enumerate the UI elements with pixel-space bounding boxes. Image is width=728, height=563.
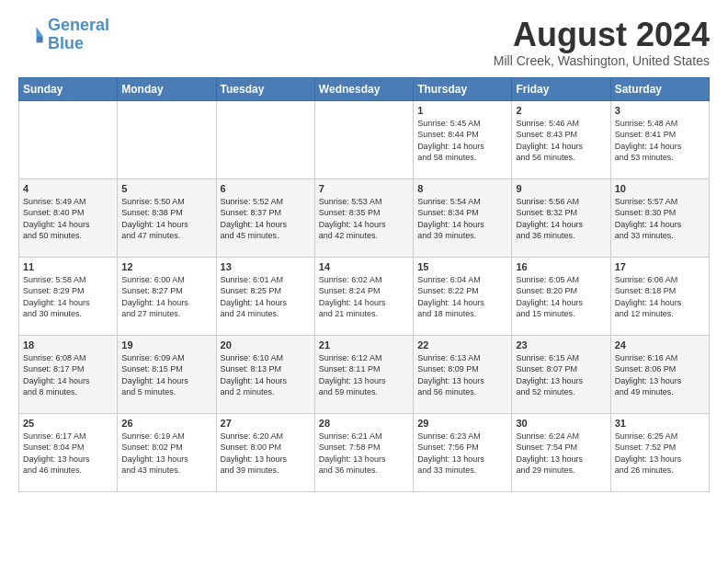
day-info: Sunrise: 6:08 AM Sunset: 8:17 PM Dayligh… [23,352,113,398]
day-info: Sunrise: 6:19 AM Sunset: 8:02 PM Dayligh… [121,431,211,477]
day-info: Sunrise: 6:15 AM Sunset: 8:07 PM Dayligh… [516,352,606,398]
day-number: 16 [516,261,606,272]
calendar-page: General Blue August 2024 Mill Creek, Was… [0,0,728,501]
day-info: Sunrise: 5:58 AM Sunset: 8:29 PM Dayligh… [23,274,113,320]
day-header-wednesday: Wednesday [314,77,413,100]
day-number: 1 [417,105,507,116]
day-number: 5 [121,183,211,194]
calendar-cell [118,100,216,178]
day-number: 9 [516,183,606,194]
svg-marker-2 [37,27,43,36]
day-number: 28 [319,418,409,429]
calendar-cell: 11Sunrise: 5:58 AM Sunset: 8:29 PM Dayli… [19,257,118,335]
calendar-cell: 1Sunrise: 5:45 AM Sunset: 8:44 PM Daylig… [414,100,512,178]
calendar-cell: 29Sunrise: 6:23 AM Sunset: 7:56 PM Dayli… [414,413,512,491]
day-number: 10 [615,183,705,194]
day-header-thursday: Thursday [414,77,512,100]
calendar-cell: 10Sunrise: 5:57 AM Sunset: 8:30 PM Dayli… [610,178,709,257]
day-number: 23 [516,339,606,350]
day-info: Sunrise: 6:13 AM Sunset: 8:09 PM Dayligh… [417,352,507,398]
day-info: Sunrise: 6:20 AM Sunset: 8:00 PM Dayligh… [221,431,311,477]
calendar-cell: 9Sunrise: 5:56 AM Sunset: 8:32 PM Daylig… [512,178,610,257]
day-info: Sunrise: 6:23 AM Sunset: 7:56 PM Dayligh… [417,431,507,477]
day-number: 11 [23,261,113,272]
calendar-cell: 26Sunrise: 6:19 AM Sunset: 8:02 PM Dayli… [118,413,216,491]
month-title: August 2024 [494,17,710,53]
day-number: 15 [417,261,507,272]
calendar-cell [216,100,314,178]
day-number: 20 [221,339,311,350]
day-number: 18 [23,339,113,350]
day-info: Sunrise: 5:50 AM Sunset: 8:38 PM Dayligh… [121,196,211,242]
day-number: 27 [221,418,311,429]
calendar-cell: 7Sunrise: 5:53 AM Sunset: 8:35 PM Daylig… [314,178,413,257]
day-header-friday: Friday [512,77,610,100]
calendar-cell: 12Sunrise: 6:00 AM Sunset: 8:27 PM Dayli… [118,257,216,335]
day-header-saturday: Saturday [610,77,709,100]
day-number: 31 [615,418,705,429]
calendar-table: SundayMondayTuesdayWednesdayThursdayFrid… [18,77,710,492]
calendar-cell: 17Sunrise: 6:06 AM Sunset: 8:18 PM Dayli… [610,257,709,335]
day-number: 24 [615,339,705,350]
day-info: Sunrise: 6:01 AM Sunset: 8:25 PM Dayligh… [221,274,311,320]
day-info: Sunrise: 5:45 AM Sunset: 8:44 PM Dayligh… [417,118,507,164]
logo-line1: General [48,16,109,34]
logo-line2: Blue [48,34,84,52]
day-number: 21 [319,339,409,350]
calendar-cell: 22Sunrise: 6:13 AM Sunset: 8:09 PM Dayli… [414,335,512,413]
day-number: 13 [221,261,311,272]
calendar-cell: 23Sunrise: 6:15 AM Sunset: 8:07 PM Dayli… [512,335,610,413]
day-number: 4 [23,183,113,194]
day-info: Sunrise: 6:21 AM Sunset: 7:58 PM Dayligh… [319,431,409,477]
calendar-cell: 21Sunrise: 6:12 AM Sunset: 8:11 PM Dayli… [314,335,413,413]
day-number: 22 [417,339,507,350]
logo: General Blue [18,17,109,53]
day-info: Sunrise: 6:25 AM Sunset: 7:52 PM Dayligh… [615,431,705,477]
calendar-cell: 20Sunrise: 6:10 AM Sunset: 8:13 PM Dayli… [216,335,314,413]
calendar-cell: 3Sunrise: 5:48 AM Sunset: 8:41 PM Daylig… [610,100,709,178]
day-info: Sunrise: 6:16 AM Sunset: 8:06 PM Dayligh… [615,352,705,398]
calendar-cell [19,100,118,178]
calendar-cell: 2Sunrise: 5:46 AM Sunset: 8:43 PM Daylig… [512,100,610,178]
day-number: 7 [319,183,409,194]
day-info: Sunrise: 5:54 AM Sunset: 8:34 PM Dayligh… [417,196,507,242]
day-info: Sunrise: 5:48 AM Sunset: 8:41 PM Dayligh… [615,118,705,164]
calendar-cell: 24Sunrise: 6:16 AM Sunset: 8:06 PM Dayli… [610,335,709,413]
day-number: 12 [121,261,211,272]
week-row-1: 1Sunrise: 5:45 AM Sunset: 8:44 PM Daylig… [19,100,710,178]
week-row-4: 18Sunrise: 6:08 AM Sunset: 8:17 PM Dayli… [19,335,710,413]
day-info: Sunrise: 6:05 AM Sunset: 8:20 PM Dayligh… [516,274,606,320]
day-header-sunday: Sunday [19,77,118,100]
calendar-cell: 27Sunrise: 6:20 AM Sunset: 8:00 PM Dayli… [216,413,314,491]
svg-marker-1 [37,36,43,42]
title-area: August 2024 Mill Creek, Washington, Unit… [494,17,710,68]
calendar-cell: 4Sunrise: 5:49 AM Sunset: 8:40 PM Daylig… [19,178,118,257]
day-info: Sunrise: 6:12 AM Sunset: 8:11 PM Dayligh… [319,352,409,398]
day-info: Sunrise: 5:52 AM Sunset: 8:37 PM Dayligh… [221,196,311,242]
day-header-monday: Monday [118,77,216,100]
logo-text: General Blue [48,17,109,53]
calendar-cell: 8Sunrise: 5:54 AM Sunset: 8:34 PM Daylig… [414,178,512,257]
day-number: 19 [121,339,211,350]
day-info: Sunrise: 6:04 AM Sunset: 8:22 PM Dayligh… [417,274,507,320]
day-info: Sunrise: 5:46 AM Sunset: 8:43 PM Dayligh… [516,118,606,164]
day-number: 25 [23,418,113,429]
day-number: 17 [615,261,705,272]
day-info: Sunrise: 6:02 AM Sunset: 8:24 PM Dayligh… [319,274,409,320]
calendar-cell: 19Sunrise: 6:09 AM Sunset: 8:15 PM Dayli… [118,335,216,413]
day-info: Sunrise: 6:10 AM Sunset: 8:13 PM Dayligh… [221,352,311,398]
day-header-tuesday: Tuesday [216,77,314,100]
day-info: Sunrise: 5:49 AM Sunset: 8:40 PM Dayligh… [23,196,113,242]
week-row-2: 4Sunrise: 5:49 AM Sunset: 8:40 PM Daylig… [19,178,710,257]
day-info: Sunrise: 5:53 AM Sunset: 8:35 PM Dayligh… [319,196,409,242]
calendar-cell: 25Sunrise: 6:17 AM Sunset: 8:04 PM Dayli… [19,413,118,491]
calendar-cell: 18Sunrise: 6:08 AM Sunset: 8:17 PM Dayli… [19,335,118,413]
header-row: SundayMondayTuesdayWednesdayThursdayFrid… [19,77,710,100]
calendar-cell: 6Sunrise: 5:52 AM Sunset: 8:37 PM Daylig… [216,178,314,257]
header: General Blue August 2024 Mill Creek, Was… [18,17,710,68]
calendar-cell: 5Sunrise: 5:50 AM Sunset: 8:38 PM Daylig… [118,178,216,257]
calendar-cell [314,100,413,178]
day-info: Sunrise: 6:09 AM Sunset: 8:15 PM Dayligh… [121,352,211,398]
day-info: Sunrise: 6:06 AM Sunset: 8:18 PM Dayligh… [615,274,705,320]
day-number: 26 [121,418,211,429]
